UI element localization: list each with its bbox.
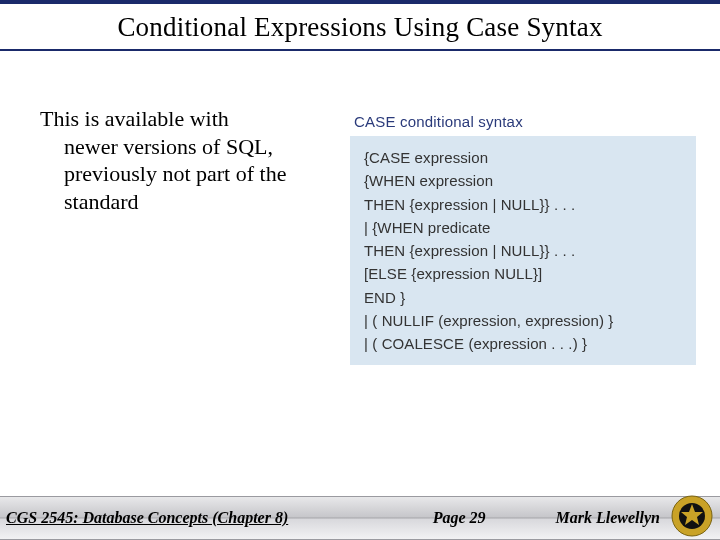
syntax-caption: CASE conditional syntax (354, 113, 696, 130)
syntax-line: {CASE expression (364, 146, 684, 169)
ucf-logo-icon (670, 494, 714, 538)
title-band: Conditional Expressions Using Case Synta… (0, 0, 720, 51)
footer-page: Page 29 (433, 509, 486, 527)
syntax-line: THEN {expression | NULL}} . . . (364, 193, 684, 216)
slide-title: Conditional Expressions Using Case Synta… (20, 12, 700, 43)
content-area: This is available with newer versions of… (0, 57, 720, 365)
syntax-line: | {WHEN predicate (364, 216, 684, 239)
syntax-line: END } (364, 286, 684, 309)
footer-bar: CGS 2545: Database Concepts (Chapter 8) … (0, 496, 720, 540)
body-text: This is available with newer versions of… (40, 105, 340, 215)
syntax-line: [ELSE {expression NULL}] (364, 262, 684, 285)
body-column: This is available with newer versions of… (40, 105, 340, 365)
body-first-line: This is available with (40, 106, 229, 131)
footer-author: Mark Llewellyn (556, 509, 660, 527)
footer-course: CGS 2545: Database Concepts (Chapter 8) (6, 509, 288, 527)
syntax-box: {CASE expression {WHEN expression THEN {… (350, 136, 696, 365)
syntax-line: THEN {expression | NULL}} . . . (364, 239, 684, 262)
syntax-line: | ( NULLIF (expression, expression) } (364, 309, 684, 332)
syntax-line: {WHEN expression (364, 169, 684, 192)
body-rest: newer versions of SQL, previously not pa… (40, 133, 340, 216)
syntax-line: | ( COALESCE (expression . . .) } (364, 332, 684, 355)
syntax-column: CASE conditional syntax {CASE expression… (350, 105, 696, 365)
